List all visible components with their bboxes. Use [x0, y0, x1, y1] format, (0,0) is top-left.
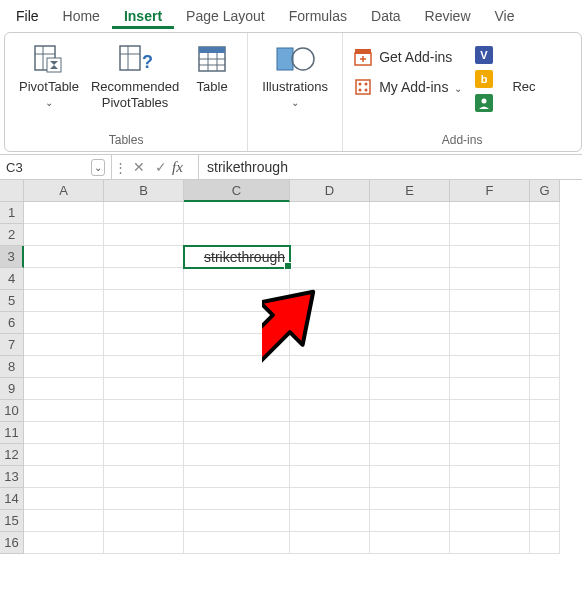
cell[interactable] [104, 334, 184, 356]
cell[interactable] [530, 334, 560, 356]
cell[interactable] [370, 290, 450, 312]
cell[interactable] [104, 246, 184, 268]
cell[interactable] [370, 488, 450, 510]
cell[interactable] [290, 312, 370, 334]
cell[interactable] [184, 224, 290, 246]
cell[interactable] [370, 510, 450, 532]
cell[interactable] [530, 422, 560, 444]
cell[interactable] [370, 532, 450, 554]
cell[interactable] [184, 290, 290, 312]
cell[interactable] [104, 422, 184, 444]
cell[interactable] [530, 312, 560, 334]
cell[interactable] [530, 378, 560, 400]
cell[interactable] [24, 202, 104, 224]
row-header-9[interactable]: 9 [0, 378, 24, 400]
cell[interactable] [290, 510, 370, 532]
formula-input[interactable]: strikethrough [198, 155, 582, 179]
menu-tab-insert[interactable]: Insert [112, 2, 174, 29]
cell[interactable] [290, 356, 370, 378]
cell[interactable] [290, 246, 370, 268]
row-header-8[interactable]: 8 [0, 356, 24, 378]
chevron-down-icon[interactable]: ⌄ [91, 159, 105, 176]
cell[interactable] [104, 378, 184, 400]
cell[interactable] [104, 488, 184, 510]
cell[interactable] [24, 246, 104, 268]
cell[interactable] [24, 312, 104, 334]
row-header-12[interactable]: 12 [0, 444, 24, 466]
recommended-pivottables-button[interactable]: ? Recommended PivotTables [87, 39, 183, 114]
cell[interactable] [184, 466, 290, 488]
cell[interactable] [24, 510, 104, 532]
my-addins-button[interactable]: My Add-ins ⌄ [353, 77, 462, 97]
cell[interactable] [450, 268, 530, 290]
cell[interactable] [24, 356, 104, 378]
col-header-d[interactable]: D [290, 180, 370, 202]
cell[interactable] [104, 510, 184, 532]
cell[interactable] [24, 466, 104, 488]
col-header-a[interactable]: A [24, 180, 104, 202]
cell[interactable] [530, 488, 560, 510]
row-header-10[interactable]: 10 [0, 400, 24, 422]
col-header-b[interactable]: B [104, 180, 184, 202]
cell[interactable] [104, 268, 184, 290]
row-header-13[interactable]: 13 [0, 466, 24, 488]
menu-tab-data[interactable]: Data [359, 2, 413, 28]
cell[interactable] [24, 268, 104, 290]
cell[interactable] [184, 532, 290, 554]
cell[interactable] [290, 422, 370, 444]
bing-addin-icon[interactable]: b [474, 69, 494, 89]
cell[interactable] [530, 444, 560, 466]
cell[interactable] [370, 202, 450, 224]
row-header-2[interactable]: 2 [0, 224, 24, 246]
cell[interactable] [290, 488, 370, 510]
cell[interactable] [370, 400, 450, 422]
cell[interactable] [24, 532, 104, 554]
cell[interactable] [290, 532, 370, 554]
name-box[interactable]: C3 ⌄ [0, 155, 112, 179]
cell[interactable] [104, 224, 184, 246]
row-header-11[interactable]: 11 [0, 422, 24, 444]
cell[interactable] [370, 312, 450, 334]
cell[interactable] [104, 202, 184, 224]
cell[interactable] [24, 290, 104, 312]
cell[interactable] [290, 400, 370, 422]
cell[interactable] [370, 466, 450, 488]
row-header-5[interactable]: 5 [0, 290, 24, 312]
cell[interactable] [530, 356, 560, 378]
cell-c3[interactable]: strikethrough [184, 246, 290, 268]
col-header-f[interactable]: F [450, 180, 530, 202]
cell[interactable] [104, 312, 184, 334]
cell[interactable] [104, 466, 184, 488]
row-header-4[interactable]: 4 [0, 268, 24, 290]
cell[interactable] [290, 334, 370, 356]
menu-tab-home[interactable]: Home [51, 2, 112, 28]
cell[interactable] [530, 202, 560, 224]
cell[interactable] [370, 444, 450, 466]
cell[interactable] [104, 444, 184, 466]
cell[interactable] [290, 466, 370, 488]
cell[interactable] [290, 378, 370, 400]
menu-tab-review[interactable]: Review [413, 2, 483, 28]
row-header-3[interactable]: 3 [0, 246, 24, 268]
menu-tab-page-layout[interactable]: Page Layout [174, 2, 277, 28]
cell[interactable] [450, 422, 530, 444]
fx-button[interactable]: fx [172, 159, 198, 176]
cell[interactable] [184, 400, 290, 422]
cell[interactable] [290, 444, 370, 466]
cell[interactable] [184, 488, 290, 510]
get-addins-button[interactable]: Get Add-ins [353, 47, 462, 67]
row-header-6[interactable]: 6 [0, 312, 24, 334]
cell[interactable] [450, 246, 530, 268]
cell[interactable] [370, 334, 450, 356]
row-header-14[interactable]: 14 [0, 488, 24, 510]
visio-addin-icon[interactable]: V [474, 45, 494, 65]
cell[interactable] [104, 400, 184, 422]
menu-tab-file[interactable]: File [4, 2, 51, 28]
cell[interactable] [370, 246, 450, 268]
recommended-charts-button[interactable]: Rec [508, 39, 539, 99]
cell[interactable] [184, 356, 290, 378]
cell[interactable] [184, 378, 290, 400]
cell[interactable] [370, 268, 450, 290]
cell[interactable] [530, 268, 560, 290]
row-header-16[interactable]: 16 [0, 532, 24, 554]
